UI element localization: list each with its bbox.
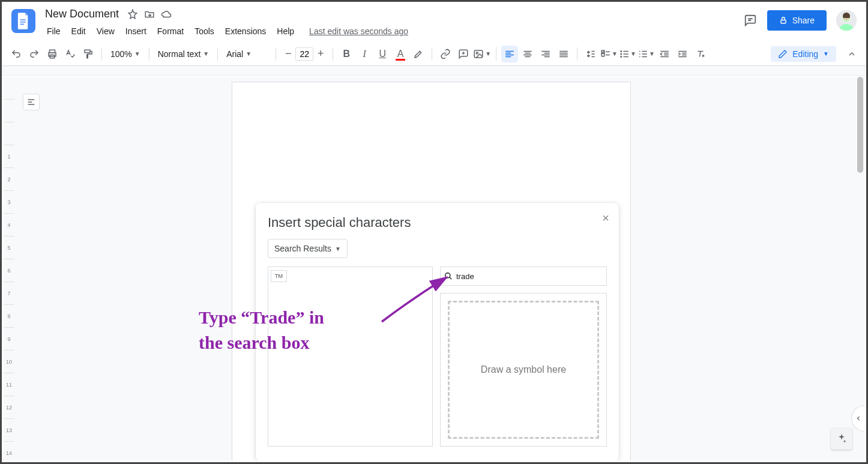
- collapse-toolbar-icon[interactable]: [843, 46, 860, 62]
- align-center-icon[interactable]: [519, 46, 536, 62]
- redo-icon[interactable]: [26, 46, 43, 62]
- menu-format[interactable]: Format: [153, 24, 188, 38]
- menu-edit[interactable]: Edit: [67, 24, 90, 38]
- menu-extensions[interactable]: Extensions: [221, 24, 270, 38]
- svg-rect-1: [20, 22, 26, 22]
- last-edit-link[interactable]: Last edit was seconds ago: [309, 26, 408, 36]
- separator: [577, 47, 577, 61]
- app-header: New Document File Edit View Insert Forma…: [2, 2, 866, 38]
- separator: [496, 47, 496, 61]
- vertical-ruler[interactable]: 1234567891011121314: [4, 77, 14, 460]
- underline-button[interactable]: U: [374, 46, 391, 62]
- result-trademark[interactable]: TM: [271, 270, 287, 282]
- document-title[interactable]: New Document: [43, 7, 121, 22]
- numbered-list-icon[interactable]: ▼: [637, 46, 655, 62]
- spellcheck-icon[interactable]: [62, 46, 79, 62]
- comments-icon[interactable]: [743, 13, 758, 28]
- docs-logo[interactable]: [11, 9, 35, 33]
- separator: [432, 47, 432, 61]
- highlight-icon[interactable]: [410, 46, 427, 62]
- bulleted-list-icon[interactable]: ▼: [619, 46, 636, 62]
- italic-button[interactable]: I: [356, 46, 373, 62]
- svg-rect-11: [474, 50, 483, 58]
- font-select[interactable]: Arial▼: [223, 49, 271, 59]
- star-icon[interactable]: [127, 9, 138, 20]
- align-left-icon[interactable]: [501, 46, 518, 62]
- insert-link-icon[interactable]: [437, 46, 454, 62]
- menu-insert[interactable]: Insert: [121, 24, 151, 38]
- explore-button[interactable]: [831, 428, 852, 450]
- indent-decrease-icon[interactable]: [656, 46, 673, 62]
- svg-rect-19: [624, 53, 628, 55]
- cloud-status-icon[interactable]: [161, 9, 172, 20]
- menu-tools[interactable]: Tools: [190, 24, 219, 38]
- menubar: File Edit View Insert Format Tools Exten…: [43, 24, 743, 38]
- style-select[interactable]: Normal text▼: [154, 49, 212, 59]
- menu-file[interactable]: File: [43, 24, 65, 38]
- annotation-text: Type “Trade” in the search box: [199, 305, 324, 355]
- font-size-increase[interactable]: +: [313, 47, 328, 61]
- search-box[interactable]: [440, 267, 607, 286]
- indent-increase-icon[interactable]: [674, 46, 691, 62]
- search-icon: [444, 272, 453, 280]
- share-button[interactable]: Share: [767, 10, 827, 31]
- checklist-icon[interactable]: ▼: [600, 46, 618, 62]
- svg-rect-20: [624, 56, 628, 57]
- toolbar: 100%▼ Normal text▼ Arial▼ − + B I U A ▼ …: [2, 42, 866, 66]
- svg-rect-0: [20, 19, 26, 20]
- separator: [149, 47, 149, 61]
- svg-point-16: [620, 53, 622, 55]
- svg-point-21: [445, 273, 450, 278]
- draw-placeholder: Draw a symbol here: [481, 364, 566, 375]
- bold-button[interactable]: B: [338, 46, 355, 62]
- draw-symbol-box[interactable]: Draw a symbol here: [440, 293, 607, 447]
- editing-mode-select[interactable]: Editing▼: [771, 46, 836, 62]
- menu-help[interactable]: Help: [273, 24, 298, 38]
- share-label: Share: [792, 16, 815, 25]
- account-avatar[interactable]: [836, 10, 857, 31]
- menu-view[interactable]: View: [92, 24, 119, 38]
- font-size-input[interactable]: [295, 47, 313, 61]
- undo-icon[interactable]: [8, 46, 25, 62]
- dialog-title: Insert special characters: [268, 215, 607, 230]
- separator: [276, 47, 276, 61]
- workspace: 1234567891011121314 × Insert special cha…: [4, 77, 864, 460]
- svg-rect-18: [624, 50, 628, 52]
- align-justify-icon[interactable]: [555, 46, 572, 62]
- svg-rect-3: [781, 20, 786, 23]
- print-icon[interactable]: [44, 46, 61, 62]
- separator: [333, 47, 333, 61]
- search-input[interactable]: [456, 272, 603, 281]
- results-panel: TM: [268, 267, 433, 447]
- separator: [101, 47, 102, 61]
- align-right-icon[interactable]: [537, 46, 554, 62]
- text-color-button[interactable]: A: [392, 46, 409, 62]
- document-outline-button[interactable]: [23, 94, 40, 110]
- svg-point-12: [476, 52, 478, 54]
- paint-format-icon[interactable]: [80, 46, 97, 62]
- horizontal-ruler[interactable]: [2, 66, 866, 76]
- clear-formatting-icon[interactable]: [692, 46, 709, 62]
- category-select[interactable]: Search Results▼: [268, 239, 348, 258]
- svg-rect-14: [601, 53, 604, 56]
- line-spacing-icon[interactable]: [582, 46, 599, 62]
- side-panel-toggle[interactable]: [851, 405, 864, 432]
- zoom-select[interactable]: 100%▼: [107, 49, 144, 59]
- separator: [217, 47, 218, 61]
- svg-point-17: [620, 56, 622, 58]
- svg-rect-2: [20, 24, 24, 25]
- add-comment-icon[interactable]: [455, 46, 472, 62]
- move-icon[interactable]: [144, 9, 155, 20]
- svg-point-15: [620, 50, 622, 52]
- dialog-close-button[interactable]: ×: [602, 211, 609, 225]
- svg-rect-10: [85, 50, 90, 53]
- insert-image-icon[interactable]: ▼: [473, 46, 491, 62]
- font-size-decrease[interactable]: −: [281, 47, 295, 61]
- scrollbar-thumb[interactable]: [857, 77, 863, 173]
